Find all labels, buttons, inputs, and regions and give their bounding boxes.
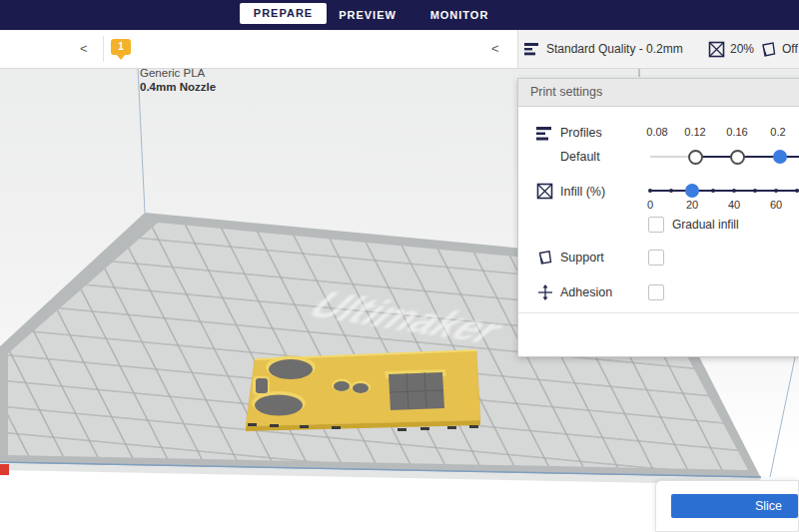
- profile-slider-handle[interactable]: [773, 150, 787, 164]
- material-name: Generic PLA: [140, 67, 205, 79]
- profiles-label: Profiles: [560, 126, 602, 140]
- profile-step-016[interactable]: [730, 150, 745, 165]
- profiles-selected-name: Default: [560, 150, 600, 164]
- buildvolume-right-vertical-line: [770, 357, 795, 477]
- profile-option-02: 0.2: [758, 126, 798, 139]
- gradual-infill-label: Gradual infill: [672, 218, 739, 232]
- extruder-badge: 1: [111, 39, 131, 55]
- infill-tick-0: 0: [635, 199, 665, 211]
- tab-prepare[interactable]: PREPARE: [240, 3, 327, 24]
- support-panel-icon: [537, 250, 553, 266]
- panel-caret: [638, 69, 640, 77]
- print-settings-summary[interactable]: Standard Quality - 0.2mm 20% Off: [517, 30, 799, 69]
- printer-collapse-chevron-icon[interactable]: <: [80, 30, 88, 68]
- infill-slider-handle[interactable]: [685, 184, 699, 198]
- stage-menu: PREPARE PREVIEW MONITOR: [0, 0, 799, 31]
- print-settings-panel: Print settings Profiles 0.08 0.12 0.16 0…: [517, 78, 799, 357]
- profile-option-012: 0.12: [675, 126, 715, 139]
- summary-infill: 20%: [730, 30, 754, 68]
- profile-step-012[interactable]: [688, 150, 703, 165]
- gradual-infill-checkbox[interactable]: [648, 217, 664, 233]
- origin-marker: [0, 464, 9, 475]
- summary-profile: Standard Quality - 0.2mm: [546, 30, 683, 68]
- action-panel: Slice: [655, 480, 799, 532]
- adhesion-checkbox[interactable]: [648, 284, 664, 300]
- support-checkbox[interactable]: [648, 250, 664, 266]
- infill-tick-20: 20: [677, 199, 707, 211]
- toolbar-divider: [103, 36, 104, 62]
- infill-tick-40: 40: [719, 199, 749, 211]
- profile-option-016: 0.16: [717, 126, 757, 139]
- infill-icon: [708, 41, 725, 58]
- summary-support: Off: [782, 30, 798, 68]
- infill-panel-icon: [536, 183, 553, 200]
- cura-window: Ultimaker: [0, 0, 799, 532]
- support-icon: [760, 41, 777, 58]
- adhesion-label: Adhesion: [560, 285, 612, 299]
- slice-button[interactable]: Slice: [671, 494, 798, 518]
- model-object[interactable]: [246, 350, 480, 431]
- panel-title: Print settings: [518, 79, 799, 107]
- nozzle-size: 0.4mm Nozzle: [140, 81, 216, 93]
- infill-tick-60: 60: [761, 199, 791, 211]
- profiles-layers-icon: [536, 127, 552, 141]
- adhesion-panel-icon: [537, 284, 553, 300]
- quality-layers-icon: [524, 43, 539, 56]
- profile-option-008: 0.08: [637, 126, 677, 139]
- support-label: Support: [560, 251, 604, 265]
- tab-monitor[interactable]: MONITOR: [417, 0, 501, 30]
- infill-label: Infill (%): [560, 185, 605, 199]
- settings-collapse-chevron-icon[interactable]: <: [491, 30, 499, 68]
- tab-preview[interactable]: PREVIEW: [328, 0, 407, 30]
- panel-divider: [518, 312, 799, 313]
